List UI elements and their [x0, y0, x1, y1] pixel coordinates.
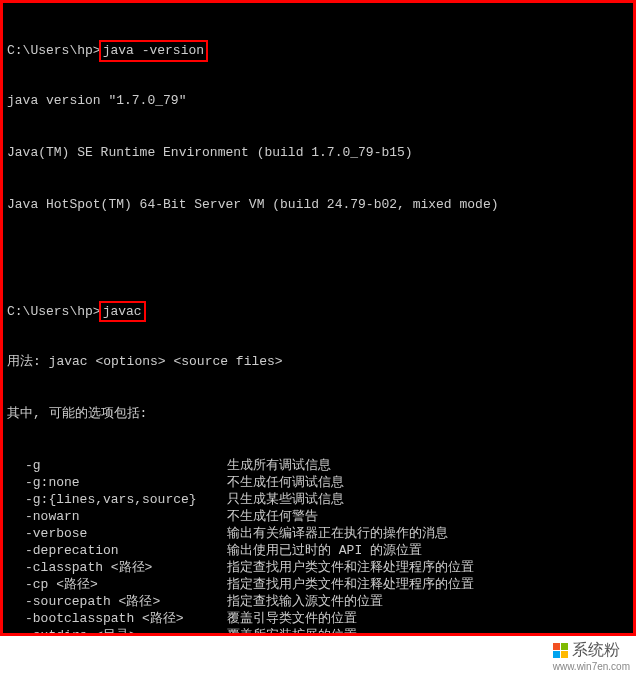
- option-flag: -cp <路径>: [7, 576, 227, 593]
- option-desc: 不生成任何警告: [227, 508, 629, 525]
- option-desc: 指定查找输入源文件的位置: [227, 593, 629, 610]
- option-flag: -verbose: [7, 525, 227, 542]
- option-flag: -deprecation: [7, 542, 227, 559]
- watermark: 系统粉 www.win7en.com: [553, 639, 630, 673]
- option-flag: -g: [7, 457, 227, 474]
- option-desc: 不生成任何调试信息: [227, 474, 629, 491]
- usage-line: 用法: javac <options> <source files>: [7, 353, 629, 370]
- option-row: -cp <路径>指定查找用户类文件和注释处理程序的位置: [7, 576, 629, 593]
- option-row: -extdirs <目录>覆盖所安装扩展的位置: [7, 627, 629, 636]
- output-line: Java(TM) SE Runtime Environment (build 1…: [7, 144, 629, 161]
- watermark-plus: 粉: [604, 641, 620, 658]
- option-flag: -g:none: [7, 474, 227, 491]
- windows-logo-icon: [553, 643, 569, 659]
- blank-line: [7, 248, 629, 265]
- prompt-line-2: C:\Users\hp>javac: [7, 301, 629, 318]
- watermark-url: www.win7en.com: [553, 660, 630, 674]
- option-desc: 指定查找用户类文件和注释处理程序的位置: [227, 559, 629, 576]
- prompt-line-1: C:\Users\hp>java -version: [7, 40, 629, 57]
- option-row: -classpath <路径>指定查找用户类文件和注释处理程序的位置: [7, 559, 629, 576]
- option-desc: 输出使用已过时的 API 的源位置: [227, 542, 629, 559]
- option-row: -g:{lines,vars,source}只生成某些调试信息: [7, 491, 629, 508]
- options-header: 其中, 可能的选项包括:: [7, 405, 629, 422]
- option-desc: 生成所有调试信息: [227, 457, 629, 474]
- output-line: java version "1.7.0_79": [7, 92, 629, 109]
- option-flag: -g:{lines,vars,source}: [7, 491, 227, 508]
- option-flag: -sourcepath <路径>: [7, 593, 227, 610]
- option-row: -verbose输出有关编译器正在执行的操作的消息: [7, 525, 629, 542]
- option-desc: 只生成某些调试信息: [227, 491, 629, 508]
- option-row: -g生成所有调试信息: [7, 457, 629, 474]
- option-row: -bootclasspath <路径>覆盖引导类文件的位置: [7, 610, 629, 627]
- option-flag: -extdirs <目录>: [7, 627, 227, 636]
- option-desc: 输出有关编译器正在执行的操作的消息: [227, 525, 629, 542]
- highlighted-command-1: java -version: [99, 40, 208, 62]
- prompt-path: C:\Users\hp>: [7, 304, 101, 319]
- option-desc: 覆盖所安装扩展的位置: [227, 627, 629, 636]
- option-row: -sourcepath <路径>指定查找输入源文件的位置: [7, 593, 629, 610]
- option-desc: 覆盖引导类文件的位置: [227, 610, 629, 627]
- option-desc: 指定查找用户类文件和注释处理程序的位置: [227, 576, 629, 593]
- watermark-brand: 系统: [572, 641, 604, 658]
- option-flag: -nowarn: [7, 508, 227, 525]
- options-list: -g生成所有调试信息-g:none不生成任何调试信息-g:{lines,vars…: [7, 457, 629, 636]
- option-row: -nowarn不生成任何警告: [7, 508, 629, 525]
- output-line: Java HotSpot(TM) 64-Bit Server VM (build…: [7, 196, 629, 213]
- option-flag: -classpath <路径>: [7, 559, 227, 576]
- highlighted-command-2: javac: [99, 301, 146, 323]
- option-row: -deprecation输出使用已过时的 API 的源位置: [7, 542, 629, 559]
- option-row: -g:none不生成任何调试信息: [7, 474, 629, 491]
- prompt-path: C:\Users\hp>: [7, 43, 101, 58]
- terminal-window[interactable]: C:\Users\hp>java -version java version "…: [0, 0, 636, 636]
- option-flag: -bootclasspath <路径>: [7, 610, 227, 627]
